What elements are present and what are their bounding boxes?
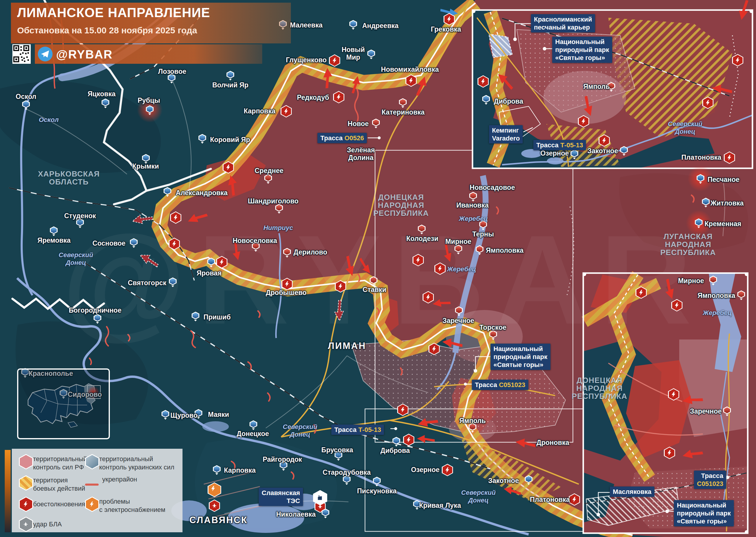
map-subtitle: Обстановка на 15.00 28 ноября 2025 года <box>17 25 197 35</box>
town-marker <box>130 238 138 248</box>
clash-icon <box>443 13 455 25</box>
town-marker <box>275 204 283 214</box>
town-label: Кременная <box>705 220 741 227</box>
legend-swatch <box>19 516 33 532</box>
town-marker <box>50 227 58 236</box>
town-label: Дроновка <box>537 439 569 446</box>
town-marker <box>482 95 490 105</box>
town-label: Житловка <box>710 199 744 207</box>
town-marker <box>146 105 153 115</box>
town-label: Дробышево <box>266 289 307 296</box>
town-marker <box>372 119 380 128</box>
callout-text: природный парк <box>555 46 609 54</box>
town-marker <box>373 477 381 486</box>
map-callout-box: Трасса О0526 <box>317 133 367 143</box>
town-label: Диброва <box>494 98 523 105</box>
town-label: Новое <box>348 120 368 128</box>
town-marker <box>102 99 109 108</box>
town-label: Святогорск <box>128 279 167 287</box>
clash-icon <box>671 299 683 311</box>
town-label: Малеевка <box>290 21 323 29</box>
clash-icon <box>170 211 181 224</box>
town-label: Новоселовка <box>233 237 277 244</box>
map-callout-box: Национальныйприродный парк«Святые горы» <box>552 37 612 63</box>
town-marker <box>349 20 357 30</box>
town-label: Мирное <box>678 277 704 285</box>
map-callout-box: Национальныйприродный парк«Святые горы» <box>674 500 734 526</box>
callout-text: Кемпинг <box>492 127 519 134</box>
map-callout-box: Масляковка <box>610 486 654 497</box>
town-label: Зелёная Долина <box>347 146 375 161</box>
uav-strike-icon <box>209 500 220 512</box>
callout-text: «Святые горы» <box>555 54 605 62</box>
town-marker <box>476 245 483 255</box>
town-label: Ивановка <box>456 201 489 209</box>
clash-icon <box>732 54 743 66</box>
clash-icon <box>636 286 647 299</box>
town-marker <box>418 225 426 234</box>
clash-icon <box>578 115 589 128</box>
region-label: СЛАВЯНСК <box>189 516 247 524</box>
town-label: Ямполовка <box>486 246 524 254</box>
map-callout-box: ТрассаС051023 <box>694 471 726 489</box>
town-marker <box>264 174 272 184</box>
town-marker <box>250 420 257 430</box>
town-label: Платоновка <box>530 496 570 503</box>
town-marker <box>525 475 532 485</box>
town-label: Брусовка <box>321 446 353 454</box>
map-callout-box: СлавянскаяТЭС <box>259 488 303 506</box>
river-label: Жеребец <box>703 309 732 317</box>
town-label: Ямполь <box>459 417 486 425</box>
town-marker <box>192 312 199 321</box>
town-label: Маяки <box>208 411 229 418</box>
town-label: Шандриголово <box>248 197 299 205</box>
clash-icon <box>169 238 180 250</box>
legend-swatch-line <box>85 483 99 486</box>
callout-text: Трасса <box>334 426 358 434</box>
map-shape <box>543 47 546 51</box>
town-label: Пискуновка <box>357 487 397 495</box>
clash-icon <box>397 403 408 416</box>
power-outage-icon <box>208 482 221 497</box>
town-label: Мирное <box>445 238 471 245</box>
town-label: Катериновка <box>382 108 425 116</box>
map-shape <box>521 149 542 158</box>
map-shape <box>597 513 600 516</box>
town-label: Крымки <box>132 162 159 170</box>
callout-text: Трасса <box>536 142 560 149</box>
town-marker <box>709 276 717 285</box>
town-marker <box>207 258 215 268</box>
map-shape <box>745 272 748 276</box>
clash-icon <box>403 434 414 446</box>
river-label: Жеребец <box>459 215 488 223</box>
river-label: Северский Донец <box>668 120 702 136</box>
map-shape <box>472 10 476 13</box>
callout-text: Трасса <box>475 381 499 389</box>
callout-text: Славянская <box>262 489 300 497</box>
river-label: Оскол <box>39 116 59 124</box>
town-label: Николаевка <box>276 511 316 518</box>
town-marker <box>737 291 745 300</box>
town-label: Александровка <box>176 189 228 197</box>
callout-text: Трасса <box>320 134 344 142</box>
town-label: Райгородок <box>263 456 302 463</box>
region-label: ДОНЕЦКАЯ НАРОДНАЯ РЕСПУБЛИКА <box>373 193 429 217</box>
clash-icon <box>329 54 340 67</box>
map-callout-box: КемпингVaradero <box>489 125 523 144</box>
map-title: ЛИМАНСКОЕ НАПРАВЛЕНИЕ <box>17 5 210 20</box>
callout-text: Varadero <box>492 135 520 142</box>
clash-icon <box>333 91 344 103</box>
clash-icon <box>423 291 434 304</box>
legend-label: укрепрайон <box>102 475 137 483</box>
region-label: ХАРЬКОВСКАЯ ОБЛАСТЬ <box>38 170 100 186</box>
town-label: Новосадовое <box>470 184 515 191</box>
river-label: Северский Донец <box>59 251 93 267</box>
telegram-icon <box>38 47 53 62</box>
town-label: Щурово <box>170 412 197 419</box>
town-marker <box>367 50 375 59</box>
town-label: Озерное <box>411 466 440 474</box>
town-label: Карповка <box>244 107 275 115</box>
town-marker <box>76 219 84 228</box>
town-label: Карповка <box>224 467 256 474</box>
callout-text: Национальный <box>677 502 726 509</box>
